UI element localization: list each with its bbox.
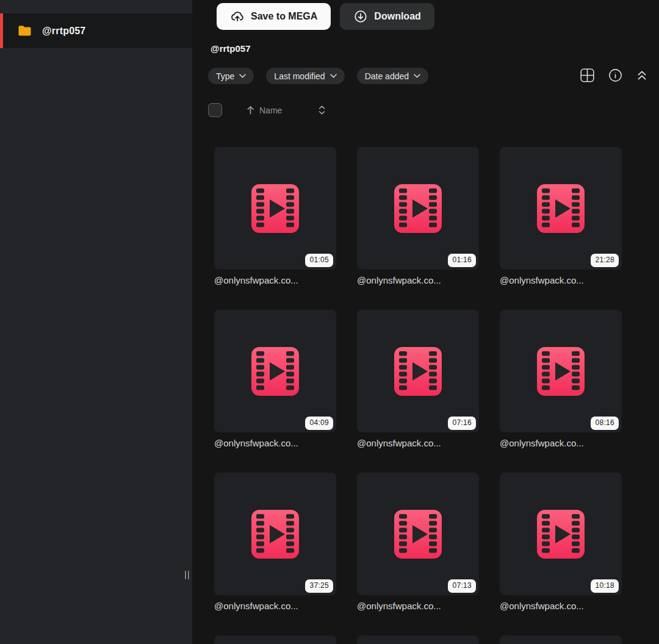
duration-badge: 01:05: [305, 254, 333, 267]
file-name: @onlynsfwpack.co...: [500, 275, 622, 285]
grid-view-icon[interactable]: [580, 68, 594, 82]
sidebar-resize-handle[interactable]: [185, 571, 189, 579]
video-file-icon: [251, 184, 299, 233]
file-name: @onlynsfwpack.co...: [214, 601, 336, 611]
file-card[interactable]: 10:18 @onlynsfwpack.co...: [500, 473, 622, 611]
video-file-icon: [537, 184, 585, 233]
video-file-icon: [251, 510, 299, 559]
video-thumbnail[interactable]: 37:25: [214, 473, 336, 595]
file-name: @onlynsfwpack.co...: [357, 438, 479, 448]
download-label: Download: [374, 11, 420, 22]
file-card[interactable]: [357, 635, 479, 644]
file-name: @onlynsfwpack.co...: [357, 275, 479, 285]
file-card[interactable]: 07:13 @onlynsfwpack.co...: [357, 473, 479, 611]
video-file-icon: [394, 510, 442, 559]
download-icon: [353, 9, 368, 24]
duration-badge: 07:16: [448, 417, 476, 430]
file-card[interactable]: 07:16 @onlynsfwpack.co...: [357, 310, 479, 448]
video-file-icon: [394, 347, 442, 396]
duration-badge: 04:09: [305, 417, 333, 430]
video-thumbnail[interactable]: [214, 635, 336, 644]
file-name: @onlynsfwpack.co...: [500, 601, 622, 611]
video-thumbnail[interactable]: 04:09: [214, 310, 336, 432]
sort-field-label[interactable]: Name: [259, 106, 282, 115]
filter-type-chip[interactable]: Type: [208, 68, 254, 84]
video-file-icon: [537, 347, 585, 396]
filter-date-added-label: Date added: [365, 71, 409, 81]
breadcrumb[interactable]: @rrtp057: [211, 43, 251, 54]
file-card[interactable]: 01:05 @onlynsfwpack.co...: [214, 147, 336, 285]
video-thumbnail[interactable]: 01:16: [357, 147, 479, 270]
main-content: Save to MEGA Download @rrtp057 Type Last…: [192, 0, 659, 644]
file-card[interactable]: 37:25 @onlynsfwpack.co...: [214, 473, 336, 611]
sidebar-top-strip: [0, 0, 192, 13]
folder-label: @rrtp057: [42, 26, 85, 37]
file-card[interactable]: 01:16 @onlynsfwpack.co...: [357, 147, 479, 285]
filter-date-added-chip[interactable]: Date added: [357, 68, 428, 84]
selected-accent-bar: [0, 13, 3, 48]
save-to-mega-button[interactable]: Save to MEGA: [217, 3, 331, 30]
duration-badge: 21:28: [591, 254, 619, 267]
duration-badge: 01:16: [448, 254, 476, 267]
video-file-icon: [537, 510, 585, 559]
chevron-down-icon: [330, 74, 337, 78]
folder-icon: [18, 25, 32, 37]
file-card[interactable]: 04:09 @onlynsfwpack.co...: [214, 310, 336, 448]
collapse-up-icon[interactable]: [636, 70, 647, 80]
video-thumbnail[interactable]: 07:13: [357, 473, 479, 595]
file-card[interactable]: 08:16 @onlynsfwpack.co...: [500, 310, 622, 448]
video-file-icon: [251, 347, 299, 396]
duration-badge: 07:13: [448, 579, 476, 593]
duration-badge: 10:18: [591, 579, 619, 593]
file-card[interactable]: [214, 635, 336, 644]
video-thumbnail[interactable]: 21:28: [500, 147, 622, 270]
toolbar: Save to MEGA Download: [217, 3, 434, 30]
info-icon[interactable]: [608, 68, 622, 82]
filter-type-label: Type: [216, 71, 234, 81]
file-card[interactable]: 21:28 @onlynsfwpack.co...: [500, 147, 622, 285]
video-thumbnail[interactable]: 08:16: [500, 310, 622, 432]
filter-last-modified-label: Last modified: [274, 71, 325, 81]
filter-row: Type Last modified Date added: [208, 68, 428, 84]
chevron-down-icon: [414, 74, 420, 78]
video-thumbnail[interactable]: 07:16: [357, 310, 479, 432]
video-thumbnail[interactable]: [500, 635, 622, 644]
duration-badge: 08:16: [591, 417, 619, 430]
video-thumbnail[interactable]: 01:05: [214, 147, 336, 270]
download-button[interactable]: Download: [340, 3, 434, 30]
view-controls: [580, 68, 647, 82]
select-all-checkbox[interactable]: [208, 103, 222, 117]
chevron-down-icon: [239, 74, 246, 78]
filter-last-modified-chip[interactable]: Last modified: [266, 68, 344, 84]
sidebar-item-folder[interactable]: @rrtp057: [0, 13, 192, 48]
sort-direction-up-icon[interactable]: [247, 106, 254, 115]
save-to-mega-label: Save to MEGA: [251, 11, 317, 22]
file-name: @onlynsfwpack.co...: [357, 601, 479, 611]
cloud-upload-icon: [230, 9, 245, 24]
list-header: Name: [208, 103, 325, 117]
file-name: @onlynsfwpack.co...: [500, 438, 622, 448]
file-name: @onlynsfwpack.co...: [214, 275, 336, 285]
duration-badge: 37:25: [305, 579, 333, 593]
video-thumbnail[interactable]: [357, 635, 479, 644]
sidebar: @rrtp057: [0, 0, 192, 644]
video-file-icon: [394, 184, 442, 233]
video-thumbnail[interactable]: 10:18: [500, 473, 622, 595]
file-name: @onlynsfwpack.co...: [214, 438, 336, 448]
sort-toggle-icon[interactable]: [319, 106, 325, 115]
file-grid: 01:05 @onlynsfwpack.co...: [214, 147, 622, 644]
file-card[interactable]: [500, 635, 622, 644]
